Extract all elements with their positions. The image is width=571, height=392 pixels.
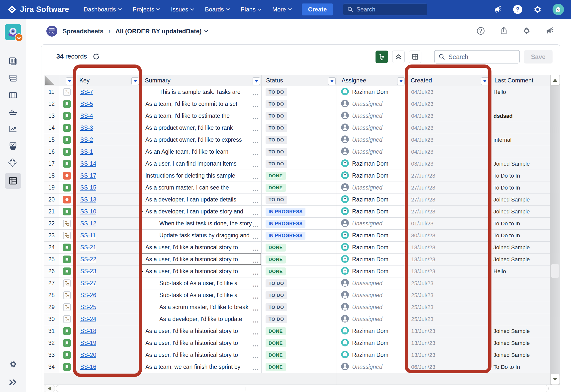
global-search-input[interactable] <box>356 6 416 13</box>
issue-key-link[interactable]: SS-7 <box>75 89 93 95</box>
sidebar-item-spreadsheets[interactable] <box>5 173 21 189</box>
created-filter-dropdown[interactable] <box>481 77 488 85</box>
status-badge[interactable]: DONE <box>266 327 286 335</box>
nav-boards[interactable]: Boards <box>205 6 230 13</box>
announcement-megaphone-icon[interactable] <box>493 4 503 14</box>
summary-cell[interactable]: As a user, I'd like a historical story t… <box>140 242 262 254</box>
column-header-status[interactable]: Status <box>262 75 337 86</box>
assignee[interactable]: Raziman Dom <box>337 195 388 204</box>
row-number[interactable]: 24 <box>44 242 59 254</box>
row-number[interactable]: 20 <box>44 194 59 206</box>
issue-key-link[interactable]: SS-17 <box>75 172 96 179</box>
status-badge[interactable]: TO DO <box>266 160 287 168</box>
issue-key-link[interactable]: SS-10 <box>75 208 96 215</box>
summary-cell[interactable]: This is a sample task. Tasks are••• <box>140 86 262 98</box>
issue-key-link[interactable]: SS-2 <box>75 136 93 143</box>
issue-key-link[interactable]: SS-16 <box>75 364 96 370</box>
export-share-icon[interactable] <box>499 26 509 36</box>
hierarchy-view-button[interactable] <box>376 51 388 63</box>
issue-key-link[interactable]: SS-1 <box>75 148 93 155</box>
issue-key-link[interactable]: SS-13 <box>75 196 96 203</box>
status-badge[interactable]: DONE <box>266 363 286 371</box>
status-filter-dropdown[interactable] <box>328 77 336 85</box>
global-search[interactable] <box>343 3 427 15</box>
assignee[interactable]: Unassigned <box>337 303 382 312</box>
assignee[interactable]: Raziman Dom <box>337 159 388 168</box>
nav-plans[interactable]: Plans <box>241 6 261 13</box>
summary-cell[interactable]: As a product owner, I'd like to express•… <box>140 134 262 146</box>
status-badge[interactable]: IN PROGRESS <box>266 208 305 216</box>
sidebar-item-backlog[interactable] <box>5 71 21 85</box>
row-number[interactable]: 16 <box>44 146 59 158</box>
assignee[interactable]: Unassigned <box>337 124 382 132</box>
row-number[interactable]: 33 <box>44 349 59 361</box>
assignee[interactable]: Raziman Dom <box>337 255 388 264</box>
horizontal-scroll-handle[interactable] <box>246 387 247 391</box>
summary-cell[interactable]: As an Agile team, I'd like to learn••• <box>140 146 262 158</box>
issue-key-link[interactable]: SS-20 <box>75 352 96 358</box>
row-number[interactable]: 13 <box>44 110 59 122</box>
row-number[interactable]: 12 <box>44 98 59 110</box>
status-badge[interactable]: IN PROGRESS <box>266 232 305 240</box>
sidebar-item-releases-ship[interactable] <box>5 105 21 119</box>
issue-key-link[interactable]: SS-12 <box>75 220 96 227</box>
row-number[interactable]: 14 <box>44 122 59 134</box>
assignee-filter-dropdown[interactable] <box>397 77 405 85</box>
column-header-type[interactable]: T <box>59 75 75 86</box>
status-badge[interactable]: DONE <box>266 256 286 263</box>
sidebar-settings-gear-icon[interactable] <box>9 360 18 370</box>
status-badge[interactable]: DONE <box>266 351 286 359</box>
summary-cell[interactable]: As a developer, I can update story and••… <box>140 206 262 218</box>
row-number[interactable]: 18 <box>44 170 59 182</box>
vertical-scrollbar[interactable] <box>550 75 560 385</box>
page-megaphone-icon[interactable] <box>545 26 555 36</box>
row-number[interactable]: 30 <box>44 313 59 325</box>
assignee[interactable]: Raziman Dom <box>337 88 388 96</box>
nav-more[interactable]: More <box>272 6 292 13</box>
select-all-corner[interactable] <box>44 75 59 86</box>
issue-key-link[interactable]: SS-14 <box>75 160 96 167</box>
summary-cell[interactable]: As a user, I can find important items••• <box>140 158 262 170</box>
issue-key-link[interactable]: SS-4 <box>75 113 93 119</box>
assignee[interactable]: Unassigned <box>337 363 382 371</box>
sidebar-expand-icon[interactable] <box>9 379 17 387</box>
summary-cell[interactable]: As a product owner, I'd like to rank••• <box>140 122 262 134</box>
sidebar-item-apps-puzzle[interactable] <box>5 156 21 170</box>
table-search-input[interactable] <box>449 53 508 61</box>
status-badge[interactable]: TO DO <box>266 196 287 204</box>
save-button[interactable]: Save <box>524 50 553 64</box>
row-number[interactable]: 29 <box>44 301 59 313</box>
assignee[interactable]: Raziman Dom <box>337 339 388 347</box>
summary-cell[interactable]: As a developer, I can update details••• <box>140 194 262 206</box>
status-badge[interactable]: TO DO <box>266 279 287 287</box>
summary-cell[interactable]: As a developer, I'd like to update••• <box>140 313 262 325</box>
status-badge[interactable]: TO DO <box>266 148 287 156</box>
assignee[interactable]: Raziman Dom <box>337 207 388 216</box>
page-help-icon[interactable] <box>476 26 486 36</box>
status-badge[interactable]: TO DO <box>266 315 287 323</box>
issue-key-link[interactable]: SS-22 <box>75 256 96 263</box>
assignee[interactable]: Raziman Dom <box>337 327 388 335</box>
user-avatar[interactable] <box>553 4 564 15</box>
row-number[interactable]: 17 <box>44 158 59 170</box>
row-number[interactable]: 23 <box>44 230 59 242</box>
horizontal-scroll-track[interactable] <box>56 385 549 392</box>
scroll-up-button[interactable] <box>550 75 560 86</box>
assignee[interactable]: Unassigned <box>337 315 382 324</box>
status-badge[interactable]: DONE <box>266 172 286 180</box>
issue-key-link[interactable]: SS-27 <box>75 280 96 287</box>
collapse-all-button[interactable] <box>392 51 405 63</box>
summary-cell[interactable]: Update task status by dragging and••• <box>140 230 262 242</box>
summary-filter-dropdown[interactable] <box>253 77 260 85</box>
key-filter-dropdown[interactable] <box>131 77 139 85</box>
assignee[interactable]: Raziman Dom <box>337 267 388 276</box>
status-badge[interactable]: TO DO <box>266 88 287 96</box>
summary-cell[interactable]: As a user, I'd like a historical story t… <box>140 265 262 277</box>
assignee[interactable]: Raziman Dom <box>337 231 388 240</box>
row-number[interactable]: 34 <box>44 361 59 373</box>
summary-cell-selected[interactable]: As a user, I'd like a historical story t… <box>140 254 262 265</box>
type-filter-dropdown[interactable] <box>66 77 73 85</box>
summary-cell[interactable]: As a team, I'd like to commit to a set••… <box>140 98 262 110</box>
jira-logo[interactable]: Jira Software <box>7 5 69 14</box>
assignee[interactable]: Unassigned <box>337 219 382 228</box>
